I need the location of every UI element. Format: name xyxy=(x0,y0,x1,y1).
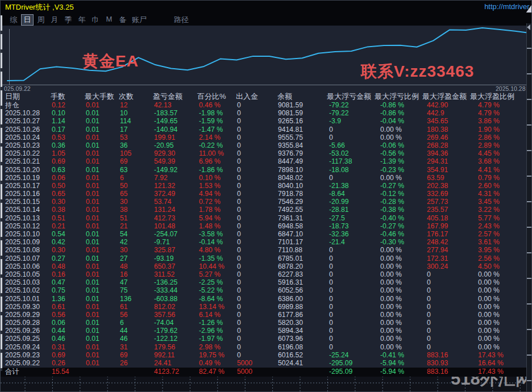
row-value: 7546.29 xyxy=(278,198,303,206)
row-value: 114 xyxy=(120,117,131,125)
col-header: 盈亏金额 xyxy=(153,92,182,101)
table-row[interactable]: 2025.10.080.300.0130325.874.80 %07110.88… xyxy=(1,246,528,254)
row-value: 101.48 xyxy=(154,222,175,230)
table-row[interactable]: 2025.10.070.270.0127-93.19-1.35 %06785.0… xyxy=(1,255,528,262)
table-row[interactable]: 2025.10.170.500.0150121.321.53 %08040.10… xyxy=(1,182,528,190)
row-value: 0 xyxy=(237,141,241,149)
right-scrollbar[interactable] xyxy=(526,23,531,392)
row-value: 0 xyxy=(329,255,333,262)
table-row[interactable]: 2025.10.221.050.01105929.3011.00 %09376.… xyxy=(1,149,528,157)
tab-综[interactable]: 综 xyxy=(7,14,20,26)
row-value: 0.79 % xyxy=(478,174,500,182)
row-value: -1.98 % xyxy=(199,109,223,117)
table-row[interactable]: 2025.10.190.060.0167.920.10 %08048.0200.… xyxy=(1,174,528,182)
table-row[interactable]: 2025.10.280.100.0110-183.57-1.98 %09081.… xyxy=(1,109,528,117)
app-title: MTDriver统计 ,V3.25 xyxy=(5,2,74,12)
table-row[interactable]: 2025.10.090.420.0142-9.71-0.14 %07101.17… xyxy=(1,238,528,246)
table-row[interactable]: 2025.10.120.210.0121101.481.48 %06948.58… xyxy=(1,222,528,230)
row-date: 2025.10.10 xyxy=(5,230,40,238)
tab-巾[interactable]: 巾 xyxy=(89,14,102,26)
row-value: 372.49 xyxy=(154,190,175,198)
table-row[interactable]: 2025.10.150.300.013053.740.72 %07546.29-… xyxy=(1,198,528,206)
table-row[interactable]: 2025.10.140.380.0138131.241.78 %07492.55… xyxy=(1,206,528,214)
row-value: 2.89 % xyxy=(478,141,500,149)
path-button[interactable]: 路径 xyxy=(174,15,189,25)
tab-年[interactable]: 年 xyxy=(76,14,88,26)
row-value: 16.64 % xyxy=(478,359,504,367)
table-row[interactable]: 2025.09.280.060.016-74.04-1.26 %05820.30… xyxy=(1,319,528,327)
row-value: 7110.88 xyxy=(278,246,302,254)
app-url-link[interactable]: http://mtdriver.c xyxy=(484,2,532,11)
table-row[interactable]: 2025.10.011.360.01136-603.88-8.64 %06386… xyxy=(1,295,528,303)
table-row[interactable]: 2025.09.260.440.0144-179.62-2.96 %05894.… xyxy=(1,327,528,335)
table-row[interactable]: 2025.09.230.690.0169992.1119.75 %06016.5… xyxy=(1,351,528,359)
row-value: 0.63 xyxy=(52,166,65,174)
row-value: 1.90 % xyxy=(478,126,500,134)
table-row[interactable]: 2025.09.300.610.0161812.0213.14 %06989.8… xyxy=(1,303,528,311)
row-date: 2025.10.07 xyxy=(5,255,40,262)
title-bar: MTDriver统计 ,V3.25 http://mtdriver.c xyxy=(1,1,531,12)
row-value: -32.36 xyxy=(329,230,349,238)
row-date: 2025.09.29 xyxy=(5,311,40,319)
row-value: 0.01 xyxy=(86,117,99,125)
row-value: 5916.31 xyxy=(278,278,303,286)
row-date: 2025.10.05 xyxy=(5,270,40,278)
row-value: -25.24 xyxy=(329,351,349,359)
row-value: 0 xyxy=(237,246,241,254)
row-value: 0 xyxy=(237,262,241,270)
table-row[interactable]: 2025.10.030.470.0147-136.25-2.25 %05916.… xyxy=(1,278,528,286)
row-value: 4.45 % xyxy=(478,149,500,157)
row-value: -0.30 % xyxy=(380,238,404,246)
row-date: 2025.10.02 xyxy=(5,286,40,294)
tab-季[interactable]: 季 xyxy=(62,14,74,26)
tab-周[interactable]: 周 xyxy=(35,14,47,26)
tab-备[interactable]: 备 xyxy=(117,14,129,26)
table-row[interactable]: 2025.09.240.310.0131179.562.98 %06196.08… xyxy=(1,343,528,351)
row-value: 0 xyxy=(237,157,241,165)
row-value: 0.69 xyxy=(52,351,65,359)
row-value: 0.72 % xyxy=(199,198,221,206)
row-value: -0.86 % xyxy=(380,109,404,117)
row-value: 38 xyxy=(120,206,128,214)
table-row[interactable]: 2025.10.060.480.0148650.3710.44 %06878.2… xyxy=(1,262,528,270)
row-value: 0 xyxy=(237,174,241,182)
row-value: -1.59 % xyxy=(199,117,223,125)
row-value: 0.01 xyxy=(86,255,99,262)
table-row[interactable]: 2025.10.100.540.0154-254.07-3.58 %06847.… xyxy=(1,230,528,238)
row-value: 2.86 % xyxy=(478,134,500,141)
table-row[interactable]: 2025.09.220.260.012624.410.49 %50005024.… xyxy=(1,359,528,367)
table-row[interactable]: 2025.10.230.360.0136-20.95-0.22 %09355.8… xyxy=(1,141,528,149)
tab-M[interactable]: M xyxy=(103,14,115,26)
row-date: 2025.10.26 xyxy=(5,126,40,134)
row-value: 0.27 xyxy=(52,255,65,262)
table-row[interactable]: 2025.10.210.690.0169549.396.96 %08447.49… xyxy=(1,157,528,165)
row-value: 0.01 xyxy=(86,238,99,246)
table-row[interactable]: 2025.10.130.510.0151412.735.94 %07361.31… xyxy=(1,214,528,222)
row-date: 2025.10.28 xyxy=(5,109,40,117)
table-row[interactable]: 持仓0.120.011242.130.46 %09081.59-79.22-0.… xyxy=(1,101,528,109)
scroll-arrow-icon xyxy=(527,24,530,30)
table-row[interactable]: 2025.09.290.560.0156357.566.14 %06177.86… xyxy=(1,311,528,319)
tab-账尸[interactable]: 账尸 xyxy=(130,14,148,26)
table-row[interactable]: 2025.10.160.650.0165372.494.94 %07918.78… xyxy=(1,190,528,198)
row-date: 合计 xyxy=(5,368,19,376)
row-value: 3.61 % xyxy=(478,238,500,246)
left-scrollbar[interactable] xyxy=(1,15,2,371)
row-value: 0 xyxy=(329,327,333,335)
row-value: 2.14 % xyxy=(199,134,221,141)
table-row[interactable]: 2025.10.050.160.0116311.525.27 %06227.83… xyxy=(1,270,528,278)
table-row[interactable]: 2025.10.200.630.0163-149.92-1.86 %07898.… xyxy=(1,166,528,174)
table-row[interactable]: 2025.10.240.530.0153199.912.14 %09555.75… xyxy=(1,134,528,141)
row-value: 0.21 xyxy=(52,222,65,230)
row-value: 0.00 % xyxy=(380,255,402,262)
table-row[interactable]: 2025.09.250.460.0146-122.12-1.97 %06073.… xyxy=(1,335,528,343)
row-value: -254.07 xyxy=(154,230,177,238)
tab-日[interactable]: 日 xyxy=(21,14,34,26)
table-row[interactable]: 2025.10.271.140.01114-149.65-1.59 %09265… xyxy=(1,117,528,125)
table-row[interactable]: 2025.10.260.170.0117-140.94-1.47 %09414.… xyxy=(1,126,528,134)
row-value: 0 xyxy=(237,126,241,134)
tab-月[interactable]: 月 xyxy=(48,14,61,26)
table-row[interactable]: 2025.10.020.750.0175-333.44-5.22 %06052.… xyxy=(1,286,528,294)
row-value: -149.65 xyxy=(154,117,177,125)
row-value: -0.40 % xyxy=(380,214,404,222)
